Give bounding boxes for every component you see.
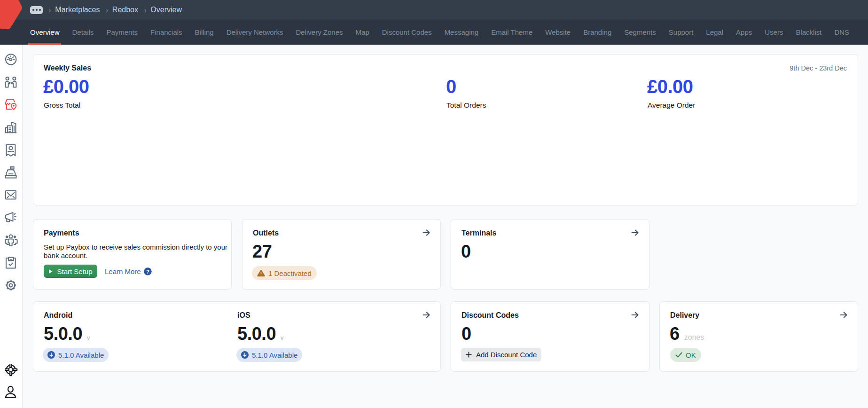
svg-text:?: ? (146, 268, 149, 274)
